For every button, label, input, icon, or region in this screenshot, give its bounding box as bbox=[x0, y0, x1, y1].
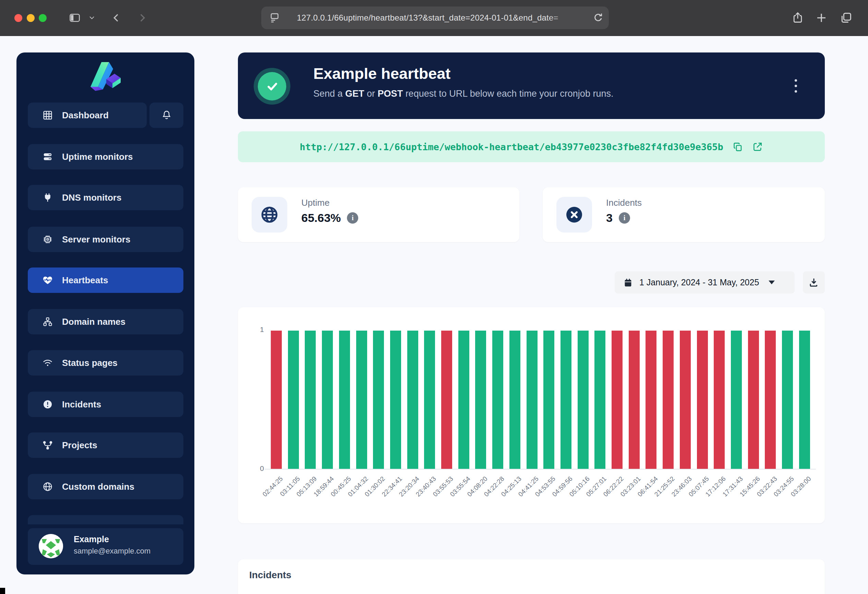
chart-bar-up[interactable] bbox=[424, 331, 435, 469]
sidebar-item-uptime-monitors[interactable]: Uptime monitors bbox=[28, 144, 183, 169]
notifications-button[interactable] bbox=[149, 102, 183, 128]
close-window-button[interactable] bbox=[15, 14, 22, 22]
sidebar-toggle-icon[interactable] bbox=[68, 12, 81, 24]
chart-bar-down[interactable] bbox=[629, 331, 640, 469]
chart-bar-up[interactable] bbox=[373, 331, 384, 469]
chart-bar-down[interactable] bbox=[714, 331, 725, 469]
sidebar-item-label: Dashboard bbox=[62, 110, 109, 121]
subtitle-post: POST bbox=[378, 89, 403, 99]
forward-button[interactable] bbox=[136, 11, 148, 24]
globe-icon bbox=[42, 481, 53, 492]
sidebar-item-label: Heartbeats bbox=[62, 275, 108, 286]
chart-bar-up[interactable] bbox=[356, 331, 367, 469]
share-icon[interactable] bbox=[791, 10, 804, 25]
uptime-stat-card: Uptime 65.63% i bbox=[238, 187, 520, 242]
webhook-url[interactable]: http://127.0.0.1/66uptime/webhook-heartb… bbox=[300, 142, 723, 152]
chart-bar-up[interactable] bbox=[799, 331, 810, 469]
page-settings-icon[interactable] bbox=[269, 12, 280, 24]
chart-bar-up[interactable] bbox=[475, 331, 486, 469]
chart-bar-up[interactable] bbox=[578, 331, 589, 469]
y-tick-label: 1 bbox=[243, 325, 264, 334]
avatar bbox=[39, 534, 63, 559]
chart-bar-down[interactable] bbox=[697, 331, 708, 469]
reload-icon[interactable] bbox=[592, 10, 604, 24]
incidents-stat-card: Incidents 3 i bbox=[543, 187, 825, 242]
incidents-section-card: Incidents bbox=[238, 559, 825, 594]
subtitle-get: GET bbox=[345, 89, 365, 99]
minimize-window-button[interactable] bbox=[27, 14, 35, 22]
sidebar-item-domain-names[interactable]: Domain names bbox=[28, 309, 183, 334]
info-icon[interactable]: i bbox=[619, 212, 630, 224]
chart-bar-up[interactable] bbox=[527, 331, 537, 469]
download-button[interactable] bbox=[803, 271, 825, 294]
zoom-window-button[interactable] bbox=[39, 14, 47, 22]
check-icon bbox=[258, 72, 286, 100]
screen-corner-artifact bbox=[0, 588, 5, 594]
chart-bar-down[interactable] bbox=[680, 331, 691, 469]
user-account-card[interactable]: Example sample@example.com bbox=[28, 528, 183, 565]
copy-icon[interactable] bbox=[732, 141, 743, 152]
sidebar-item-status-pages[interactable]: Status pages bbox=[28, 350, 183, 375]
chart-bar-down[interactable] bbox=[765, 331, 776, 469]
chart-card: 1 0 02:44:2503:11:0505:13:0918:59:4400:4… bbox=[238, 307, 825, 523]
chart-bar-up[interactable] bbox=[509, 331, 520, 469]
browser-chrome: 127.0.0.1/66uptime/heartbeat/13?&start_d… bbox=[0, 0, 868, 36]
chart-bar-down[interactable] bbox=[748, 331, 759, 469]
sidebar-item-server-monitors[interactable]: Server monitors bbox=[28, 227, 183, 252]
chart-bar-down[interactable] bbox=[663, 331, 674, 469]
chart-bar-up[interactable] bbox=[595, 331, 605, 469]
grid-icon bbox=[42, 110, 53, 121]
chart-bar-up[interactable] bbox=[731, 331, 742, 469]
external-link-icon[interactable] bbox=[752, 141, 763, 152]
alert-circle-icon bbox=[42, 399, 53, 410]
user-name: Example bbox=[74, 534, 109, 544]
incidents-count: 3 bbox=[606, 211, 613, 225]
sidebar-item-incidents[interactable]: Incidents bbox=[28, 392, 183, 417]
app-logo bbox=[90, 60, 121, 94]
chart-bar-up[interactable] bbox=[390, 331, 401, 469]
heartbeat-header-card bbox=[238, 52, 825, 119]
x-circle-icon bbox=[564, 205, 584, 225]
back-button[interactable] bbox=[111, 11, 122, 24]
date-range-picker[interactable]: 1 January, 2024 - 31 May, 2025 bbox=[615, 271, 795, 294]
address-bar[interactable]: 127.0.0.1/66uptime/heartbeat/13?&start_d… bbox=[261, 6, 609, 29]
chart-bar-down[interactable] bbox=[271, 331, 282, 469]
bell-icon bbox=[161, 110, 172, 121]
chart-bar-up[interactable] bbox=[561, 331, 571, 469]
chart-bar-down[interactable] bbox=[611, 331, 623, 469]
sidebar-item-label: Projects bbox=[62, 440, 97, 451]
sidebar-item-custom-domains[interactable]: Custom domains bbox=[28, 474, 183, 499]
page-title: Example heartbeat bbox=[313, 65, 450, 83]
incidents-section-title: Incidents bbox=[249, 570, 291, 581]
sidebar-item-heartbeats[interactable]: Heartbeats bbox=[28, 267, 183, 293]
chart-bar-up[interactable] bbox=[288, 331, 299, 469]
tab-overview-icon[interactable] bbox=[839, 11, 853, 25]
info-icon[interactable]: i bbox=[347, 212, 358, 224]
sidebar-item-label: DNS monitors bbox=[62, 192, 121, 203]
chart-bars bbox=[271, 331, 810, 469]
url-fade bbox=[546, 6, 591, 29]
chart-bar-up[interactable] bbox=[782, 331, 793, 469]
chevron-down-icon[interactable] bbox=[89, 16, 94, 20]
new-tab-icon[interactable] bbox=[815, 12, 828, 24]
stat-label: Uptime bbox=[301, 198, 329, 208]
sidebar-item-dashboard[interactable]: Dashboard bbox=[28, 102, 147, 128]
chart-bar-up[interactable] bbox=[458, 331, 469, 469]
globe-icon bbox=[260, 205, 279, 225]
wifi-icon bbox=[42, 358, 53, 368]
download-icon bbox=[808, 277, 819, 288]
chart-bar-up[interactable] bbox=[339, 331, 350, 469]
sidebar-item-label: Domain names bbox=[62, 316, 125, 327]
chart-bar-up[interactable] bbox=[322, 331, 333, 469]
chart-bar-down[interactable] bbox=[441, 331, 452, 469]
stat-label: Incidents bbox=[606, 198, 642, 208]
stat-icon-square bbox=[252, 197, 287, 232]
chart-bar-up[interactable] bbox=[305, 331, 316, 469]
chart-bar-up[interactable] bbox=[492, 331, 503, 469]
sidebar-item-dns-monitors[interactable]: DNS monitors bbox=[28, 185, 183, 210]
chart-bar-up[interactable] bbox=[407, 331, 418, 469]
chart-bar-up[interactable] bbox=[543, 331, 554, 469]
more-options-button[interactable] bbox=[790, 72, 802, 99]
sidebar-item-projects[interactable]: Projects bbox=[28, 433, 183, 458]
chart-bar-down[interactable] bbox=[645, 331, 657, 469]
